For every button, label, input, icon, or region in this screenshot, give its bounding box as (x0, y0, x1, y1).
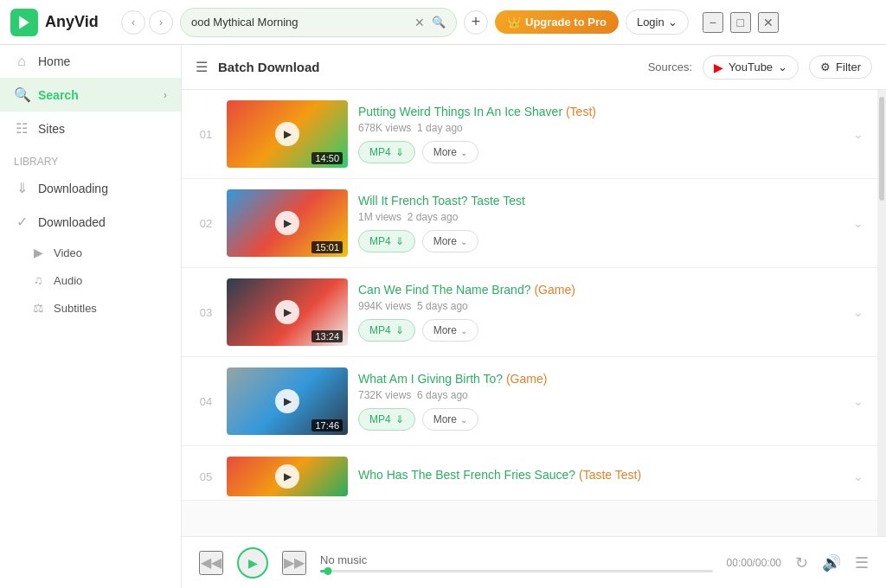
player-title: No music (320, 553, 713, 566)
sidebar-downloaded-label: Downloaded (38, 215, 106, 229)
more-label: More (433, 413, 457, 425)
video-thumbnail[interactable]: ▶ 13:24 (227, 278, 348, 346)
item-dropdown-icon[interactable]: ⌄ (853, 127, 864, 141)
item-dropdown-icon[interactable]: ⌄ (853, 216, 864, 230)
mp4-button[interactable]: MP4 ⇓ (358, 141, 415, 163)
subtitles-icon: ⚖ (31, 301, 45, 315)
play-overlay-icon[interactable]: ▶ (275, 122, 299, 146)
source-selector[interactable]: ▶ YouTube ⌄ (703, 55, 799, 80)
video-title: What Am I Giving Birth To? (Game) (358, 372, 843, 386)
video-meta: 994K views 5 days ago (358, 300, 843, 312)
scrollbar-thumb[interactable] (879, 97, 884, 201)
video-actions: MP4 ⇓ More ⌄ (358, 230, 843, 252)
back-button[interactable]: ‹ (121, 10, 145, 35)
more-label: More (433, 324, 457, 336)
sidebar-item-audio[interactable]: ♫ Audio (0, 266, 181, 294)
batch-title: Batch Download (218, 60, 638, 74)
more-button[interactable]: More ⌄ (422, 230, 478, 252)
sidebar-item-sites[interactable]: ☷ Sites (0, 112, 181, 145)
window-controls: − □ ✕ (703, 12, 779, 33)
nav-buttons: ‹ › (121, 10, 173, 35)
player-previous-button[interactable]: ◀◀ (199, 551, 223, 575)
mp4-button[interactable]: MP4 ⇓ (358, 319, 415, 342)
thumb-duration: 14:50 (311, 152, 343, 164)
titlebar: AnyVid ‹ › ood Mythical Morning ✕ 🔍 + 👑 … (0, 0, 886, 45)
item-dropdown-icon[interactable]: ⌄ (853, 470, 864, 483)
main-layout: ⌂ Home 🔍 Search › ☷ Sites Library ⇓ Down… (0, 45, 886, 588)
batch-header: ☰ Batch Download Sources: ▶ YouTube ⌄ ⚙ … (182, 45, 886, 90)
video-thumbnail[interactable]: ▶ 17:46 (227, 368, 348, 435)
more-button[interactable]: More ⌄ (422, 141, 478, 163)
address-tab[interactable]: ood Mythical Morning ✕ 🔍 (180, 8, 457, 37)
source-name: YouTube (729, 61, 773, 74)
video-thumbnail[interactable]: ▶ 14:50 (227, 100, 348, 168)
item-dropdown-icon[interactable]: ⌄ (853, 305, 864, 319)
sidebar-item-downloaded[interactable]: ✓ Downloaded (0, 205, 181, 239)
sidebar-item-subtitles[interactable]: ⚖ Subtitles (0, 294, 181, 322)
thumb-duration: 15:01 (311, 241, 343, 253)
maximize-button[interactable]: □ (730, 12, 751, 33)
video-info: Can We Find The Name Brand? (Game) 994K … (358, 283, 843, 342)
video-info: Putting Weird Things In An Ice Shaver (T… (358, 105, 843, 163)
play-overlay-icon[interactable]: ▶ (275, 389, 299, 413)
mp4-label: MP4 (369, 235, 391, 247)
play-overlay-icon[interactable]: ▶ (275, 464, 299, 489)
video-thumbnail[interactable]: ▶ (227, 457, 348, 496)
svg-marker-0 (19, 16, 29, 29)
minimize-button[interactable]: − (703, 12, 723, 33)
login-button[interactable]: Login ⌄ (626, 10, 689, 35)
sidebar-home-label: Home (38, 54, 70, 68)
forward-button[interactable]: › (149, 10, 173, 35)
sites-icon: ☷ (14, 120, 29, 137)
more-label: More (433, 146, 457, 158)
sidebar-sites-label: Sites (38, 122, 65, 136)
repeat-icon[interactable]: ↻ (795, 553, 808, 572)
item-dropdown-icon[interactable]: ⌄ (853, 394, 864, 408)
video-icon: ▶ (31, 246, 45, 259)
sidebar-item-video[interactable]: ▶ Video (0, 239, 181, 266)
table-row: 01 ▶ 14:50 Putting Weird Things In An Ic… (182, 90, 877, 179)
sidebar-audio-label: Audio (54, 274, 82, 287)
sources-label: Sources: (648, 61, 692, 74)
play-overlay-icon[interactable]: ▶ (275, 300, 299, 324)
video-number: 01 (196, 128, 216, 141)
filter-button[interactable]: ⚙ Filter (809, 55, 872, 79)
mp4-label: MP4 (369, 146, 391, 158)
upgrade-button[interactable]: 👑 Upgrade to Pro (495, 10, 619, 34)
volume-icon[interactable]: 🔊 (822, 553, 841, 572)
scrollbar-track[interactable] (877, 90, 886, 536)
playlist-icon[interactable]: ☰ (855, 553, 869, 572)
logo-area: AnyVid (10, 9, 114, 36)
tab-close-icon[interactable]: ✕ (414, 16, 425, 29)
more-button[interactable]: More ⌄ (422, 319, 478, 342)
youtube-icon: ▶ (714, 61, 723, 74)
content-area: ☰ Batch Download Sources: ▶ YouTube ⌄ ⚙ … (182, 45, 886, 588)
video-info: What Am I Giving Birth To? (Game) 732K v… (358, 372, 843, 431)
close-button[interactable]: ✕ (758, 12, 779, 33)
table-row: 02 ▶ 15:01 Will It French Toast? Taste T… (182, 179, 877, 268)
more-label: More (433, 235, 457, 247)
player-progress-bar[interactable] (320, 570, 713, 572)
video-info: Who Has The Best French Fries Sauce? (Ta… (358, 468, 843, 485)
video-title: Putting Weird Things In An Ice Shaver (T… (358, 105, 843, 118)
source-chevron-icon: ⌄ (778, 61, 787, 74)
sidebar-item-downloading[interactable]: ⇓ Downloading (0, 171, 181, 205)
sidebar-item-home[interactable]: ⌂ Home (0, 45, 181, 78)
video-list: 01 ▶ 14:50 Putting Weird Things In An Ic… (182, 90, 877, 536)
tab-text: ood Mythical Morning (191, 16, 408, 29)
download-icon: ⇓ (395, 235, 404, 247)
mp4-label: MP4 (369, 413, 391, 425)
video-thumbnail[interactable]: ▶ 15:01 (227, 189, 348, 257)
more-button[interactable]: More ⌄ (422, 408, 478, 431)
library-section-label: Library (0, 145, 181, 171)
search-nav-icon: 🔍 (14, 86, 29, 103)
new-tab-button[interactable]: + (464, 10, 488, 35)
more-chevron-icon: ⌄ (460, 237, 467, 246)
player-next-button[interactable]: ▶▶ (282, 551, 306, 575)
mp4-button[interactable]: MP4 ⇓ (358, 408, 415, 431)
play-overlay-icon[interactable]: ▶ (275, 211, 299, 235)
sidebar-item-search[interactable]: 🔍 Search › (0, 78, 181, 112)
mp4-button[interactable]: MP4 ⇓ (358, 230, 415, 252)
player-play-button[interactable]: ▶ (237, 547, 268, 578)
filter-icon: ⚙ (820, 61, 831, 74)
